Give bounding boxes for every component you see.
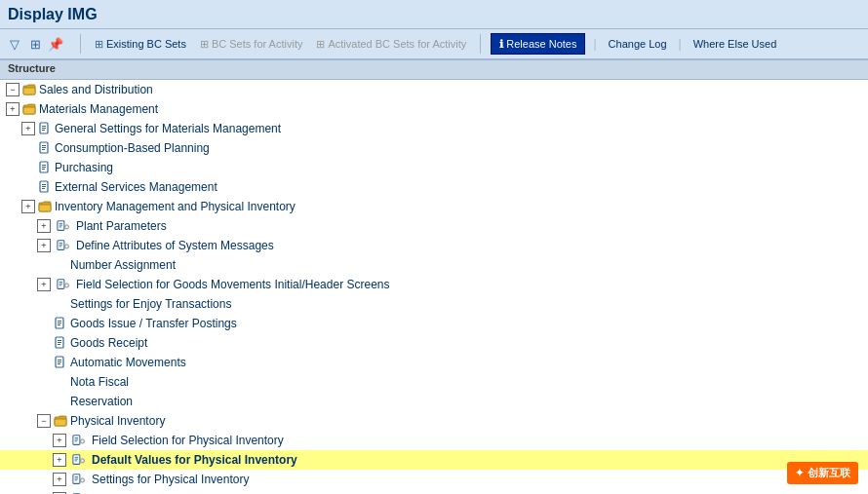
folder-icon (21, 82, 37, 97)
tree-item[interactable]: + Settings for Physical Inventory (0, 470, 868, 489)
document-icon (53, 316, 68, 331)
tree-item[interactable]: + Field Selection for Physical Inventory (0, 431, 868, 450)
separator-1 (80, 34, 81, 54)
tree-item-label: Settings for Physical Inventory (92, 473, 249, 486)
watermark-logo: ✦ (795, 467, 804, 479)
svg-point-51 (82, 440, 84, 442)
where-else-used-button[interactable]: Where Else Used (690, 36, 781, 52)
tree-item[interactable]: + Define Attributes of System Messages (0, 236, 868, 255)
app-title: Display IMG (8, 6, 98, 23)
tree-item[interactable]: Reservation (0, 392, 868, 411)
document-gear-icon (68, 433, 90, 448)
toolbar: ▽ ⊞ 📌 ⊞ Existing BC Sets ⊞ BC Sets for A… (0, 29, 868, 60)
tree-item-label: Field Selection for Physical Inventory (92, 434, 284, 447)
expand-button[interactable]: + (37, 219, 51, 233)
tree-item-label: Reservation (70, 395, 133, 408)
bc-sets-activity-button[interactable]: ⊞ BC Sets for Activity (196, 36, 307, 53)
toolbar-icon-group: ▽ ⊞ 📌 (6, 35, 64, 53)
tree-item-label: Settings for Enjoy Transactions (70, 297, 231, 311)
expand-button[interactable]: + (21, 122, 35, 135)
tree-item-label: Nota Fiscal (70, 375, 129, 389)
separator-2 (480, 34, 481, 54)
svg-point-63 (82, 479, 84, 481)
tree-item-label: Goods Issue / Transfer Postings (70, 317, 237, 330)
no-icon (53, 394, 68, 409)
tree-item[interactable]: + Field Selection for Goods Movements In… (0, 275, 868, 294)
svg-point-27 (66, 246, 68, 247)
expand-button[interactable]: + (53, 473, 66, 486)
tree-item[interactable]: Goods Receipt (0, 333, 868, 353)
expand-button[interactable]: + (37, 278, 51, 291)
tree-item-label: Purchasing (55, 161, 113, 174)
release-notes-button[interactable]: ℹ Release Notes (491, 33, 585, 55)
tree-item-label: Field Selection for Goods Movements Init… (76, 278, 390, 291)
expand-button[interactable]: + (53, 453, 66, 467)
tree-item[interactable]: Number Assignment (0, 255, 868, 275)
tree-item[interactable]: Nota Fiscal (0, 372, 868, 392)
grid-icon[interactable]: ⊞ (26, 35, 44, 53)
tree-item-label: General Settings for Materials Managemen… (55, 122, 281, 135)
watermark: ✦ 创新互联 (787, 462, 858, 484)
expand-button[interactable]: + (21, 200, 35, 213)
document-gear-icon (68, 452, 90, 468)
no-icon (53, 374, 68, 390)
tree-item[interactable]: Goods Issue / Transfer Postings (0, 314, 868, 333)
svg-point-21 (66, 226, 68, 228)
tree-item[interactable]: + Plant Parameters (0, 216, 868, 236)
tree-item-label: Inventory Management and Physical Invent… (55, 200, 296, 213)
document-icon (53, 355, 68, 370)
pin-icon[interactable]: 📌 (47, 35, 64, 53)
document-icon (53, 335, 68, 351)
collapse-button[interactable]: − (6, 83, 20, 96)
activated-bc-sets-button[interactable]: ⊞ Activated BC Sets for Activity (312, 36, 470, 53)
expand-button[interactable]: + (53, 434, 66, 447)
tree-item[interactable]: + Materials Management (0, 99, 868, 119)
info-icon: ℹ (499, 38, 503, 51)
expand-button[interactable]: + (6, 102, 20, 116)
document-gear-icon (53, 238, 74, 253)
existing-bc-sets-button[interactable]: ⊞ Existing BC Sets (91, 36, 190, 53)
tree-item[interactable]: + Inventory Management and Physical Inve… (0, 197, 868, 216)
tree-item[interactable]: + Default Values for Physical Inventory (0, 450, 868, 470)
folder-icon (53, 413, 68, 429)
tree-item-label: Sales and Distribution (39, 83, 153, 96)
document-icon (37, 140, 53, 156)
tree-item-label: Number Assignment (70, 258, 176, 272)
document-icon (37, 160, 53, 175)
tree-item[interactable]: Consumption-Based Planning (0, 138, 868, 158)
tree-item[interactable]: − Sales and Distribution (0, 80, 868, 99)
triangle-down-icon[interactable]: ▽ (6, 35, 23, 53)
svg-point-33 (66, 285, 68, 286)
folder-icon (37, 199, 53, 214)
document-gear-icon (53, 218, 74, 234)
tree-item-label: Automatic Movements (70, 356, 186, 369)
tree-item[interactable]: Settings for Enjoy Transactions (0, 294, 868, 314)
structure-label: Structure (0, 60, 868, 80)
collapse-button[interactable]: − (37, 414, 51, 428)
svg-point-57 (82, 460, 84, 462)
tree-container[interactable]: − Sales and Distribution+ Materials Mana… (0, 80, 868, 494)
document-gear-icon (53, 277, 74, 292)
bc-icon-1: ⊞ (95, 38, 103, 51)
tree-item[interactable]: Automatic Movements (0, 353, 868, 372)
tree-item[interactable]: − Physical Inventory (0, 411, 868, 431)
no-icon (53, 296, 68, 312)
tree-item[interactable]: + Default Values for Batch Input (0, 489, 868, 494)
document-gear-icon (68, 472, 90, 487)
tree-item[interactable]: Purchasing (0, 158, 868, 177)
no-icon (53, 257, 68, 273)
tree-item-label: Goods Receipt (70, 336, 147, 350)
bc-icon-2: ⊞ (200, 38, 209, 51)
expand-button[interactable]: + (37, 239, 51, 252)
tree-item[interactable]: + General Settings for Materials Managem… (0, 119, 868, 138)
document-icon (37, 179, 53, 195)
change-log-button[interactable]: Change Log (605, 36, 671, 52)
watermark-text: 创新互联 (808, 466, 850, 480)
tree-item[interactable]: External Services Management (0, 177, 868, 197)
tree-item-label: Plant Parameters (76, 219, 167, 233)
tree-item-label: Define Attributes of System Messages (76, 239, 274, 252)
bc-icon-3: ⊞ (316, 38, 325, 51)
title-bar: Display IMG (0, 0, 868, 29)
tree-item-label: Default Values for Physical Inventory (92, 453, 297, 467)
document-icon (37, 121, 53, 136)
